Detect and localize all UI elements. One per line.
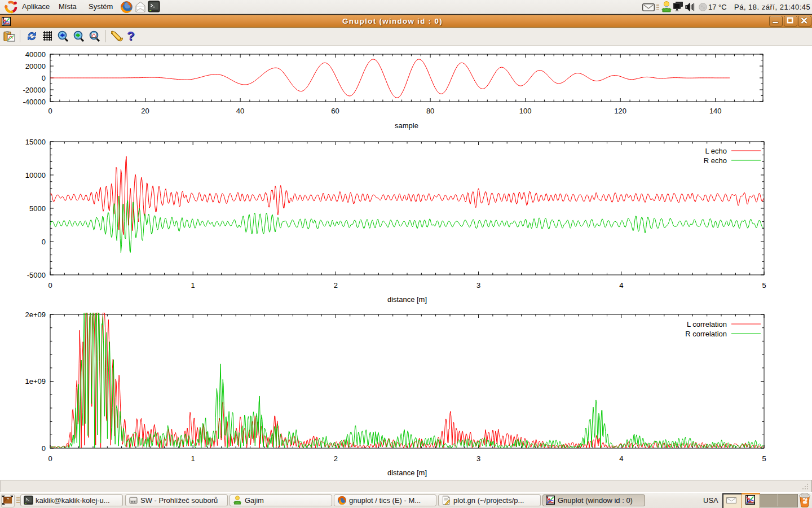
- svg-text:1: 1: [191, 281, 195, 290]
- svg-text:L echo: L echo: [705, 147, 727, 155]
- svg-text:-5000: -5000: [27, 271, 46, 279]
- svg-text:100: 100: [519, 107, 532, 115]
- svg-text:2: 2: [334, 454, 338, 463]
- svg-text:10000: 10000: [25, 171, 46, 179]
- svg-text:4: 4: [619, 454, 623, 463]
- svg-text:2e+09: 2e+09: [25, 310, 46, 319]
- svg-text:5: 5: [762, 281, 766, 290]
- svg-text:3: 3: [476, 281, 480, 290]
- svg-text:5000: 5000: [29, 204, 46, 213]
- svg-text:80: 80: [426, 107, 434, 115]
- svg-text:15000: 15000: [25, 138, 46, 146]
- svg-text:distance [m]: distance [m]: [387, 468, 427, 477]
- svg-text:0: 0: [48, 454, 52, 463]
- svg-text:60: 60: [331, 107, 339, 115]
- svg-text:distance [m]: distance [m]: [387, 295, 427, 304]
- svg-text:1e+09: 1e+09: [25, 377, 46, 386]
- svg-text:20000: 20000: [25, 62, 46, 71]
- svg-text:R correlation: R correlation: [685, 330, 727, 338]
- svg-text:0: 0: [48, 281, 52, 290]
- svg-text:0: 0: [42, 238, 46, 246]
- svg-text:4: 4: [619, 281, 623, 290]
- svg-text:-20000: -20000: [23, 86, 46, 94]
- svg-text:140: 140: [709, 107, 722, 115]
- svg-text:sample: sample: [395, 121, 418, 130]
- svg-text:L correlation: L correlation: [687, 320, 727, 329]
- svg-text:20: 20: [141, 107, 149, 115]
- svg-text:0: 0: [42, 444, 46, 453]
- svg-text:40000: 40000: [25, 50, 46, 59]
- svg-text:40: 40: [236, 107, 244, 115]
- svg-text:0: 0: [48, 107, 52, 115]
- svg-text:2: 2: [334, 281, 338, 290]
- svg-text:R echo: R echo: [704, 156, 727, 165]
- svg-text:5: 5: [762, 454, 766, 463]
- svg-text:1: 1: [191, 454, 195, 463]
- svg-text:120: 120: [614, 107, 626, 115]
- svg-text:0: 0: [42, 74, 46, 82]
- svg-text:-40000: -40000: [23, 98, 46, 106]
- svg-text:3: 3: [476, 454, 480, 463]
